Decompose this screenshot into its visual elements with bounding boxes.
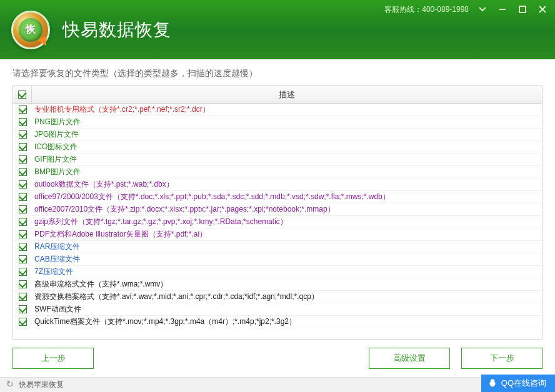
row-checkbox[interactable]	[19, 155, 27, 164]
minimize-button[interactable]	[496, 4, 509, 15]
table-row[interactable]: 资源交换档案格式（支持*.avi;*.wav;*.mid;*.ani;*.cpr…	[13, 291, 542, 303]
row-description: BMP图片文件	[32, 167, 542, 177]
advanced-settings-button[interactable]: 高级设置	[369, 348, 450, 369]
footer: 上一步 高级设置 下一步	[0, 340, 555, 377]
qq-icon	[488, 378, 498, 388]
row-checkbox[interactable]	[19, 280, 27, 288]
row-description: CAB压缩文件	[32, 254, 542, 265]
table-row[interactable]: 7Z压缩文件	[13, 266, 542, 278]
row-checkbox-cell	[13, 168, 32, 176]
row-checkbox[interactable]	[19, 230, 27, 238]
row-checkbox-cell	[13, 268, 32, 276]
table-row[interactable]: GIF图片文件	[13, 154, 542, 166]
qq-consult-button[interactable]: QQ在线咨询	[481, 375, 555, 392]
row-checkbox-cell	[13, 205, 32, 213]
row-checkbox[interactable]	[19, 218, 27, 226]
header-checkbox-cell	[13, 86, 32, 103]
prev-button[interactable]: 上一步	[12, 348, 94, 369]
row-description: outlook数据文件（支持*.pst;*.wab;*.dbx）	[32, 179, 542, 190]
row-checkbox-cell	[13, 218, 32, 226]
row-checkbox[interactable]	[19, 193, 27, 201]
table-row[interactable]: RAR压缩文件	[13, 241, 542, 253]
row-checkbox-cell	[13, 255, 32, 263]
row-checkbox[interactable]	[19, 105, 27, 114]
row-checkbox[interactable]	[19, 130, 27, 139]
row-checkbox-cell	[13, 118, 32, 126]
row-description: JPG图片文件	[32, 129, 542, 140]
table-row[interactable]: JPG图片文件	[13, 129, 542, 141]
app-window: 客服热线：400-089-1998 恢 快易数据恢复 请选择要恢复的文件类型（选…	[0, 0, 555, 392]
row-checkbox[interactable]	[19, 205, 27, 213]
table-row[interactable]: 专业相机专用格式（支持*.cr2;*.pef;*.nef;*.sr2;*.dcr…	[13, 104, 542, 116]
title-bar: 客服热线：400-089-1998 恢 快易数据恢复	[0, 0, 555, 59]
list-body[interactable]: 专业相机专用格式（支持*.cr2;*.pef;*.nef;*.sr2;*.dcr…	[13, 104, 542, 339]
table-row[interactable]: PDF文档和Adobe illustrator矢量图（支持*.pdf;*.ai）	[13, 228, 542, 241]
app-title: 快易数据恢复	[62, 18, 171, 42]
row-checkbox[interactable]	[19, 180, 27, 189]
dropdown-icon[interactable]	[476, 4, 489, 15]
row-checkbox[interactable]	[19, 168, 27, 176]
row-checkbox-cell	[13, 143, 32, 151]
header-description: 描述	[32, 89, 542, 100]
row-checkbox-cell	[13, 318, 32, 326]
row-checkbox-cell	[13, 130, 32, 139]
refresh-icon	[6, 381, 15, 390]
table-row[interactable]: ICO图标文件	[13, 141, 542, 154]
table-row[interactable]: office97/2000/2003文件（支持*.doc;*.xls;*.ppt…	[13, 191, 542, 203]
svg-rect-1	[519, 6, 526, 12]
table-row[interactable]: SWF动画文件	[13, 303, 542, 316]
row-checkbox[interactable]	[19, 293, 27, 301]
row-description: 专业相机专用格式（支持*.cr2;*.pef;*.nef;*.sr2;*.dcr…	[32, 104, 542, 115]
row-checkbox[interactable]	[19, 318, 27, 326]
table-row[interactable]: CAB压缩文件	[13, 253, 542, 266]
row-description: RAR压缩文件	[32, 242, 542, 252]
row-checkbox[interactable]	[19, 118, 27, 126]
svg-rect-0	[499, 9, 506, 10]
status-left-text: 快易苹果恢复	[19, 380, 64, 390]
table-row[interactable]: PNG图片文件	[13, 116, 542, 129]
status-apple-recovery[interactable]: 快易苹果恢复	[6, 380, 64, 390]
hotline-text: 客服热线：400-089-1998	[384, 4, 469, 15]
file-type-list: 描述 专业相机专用格式（支持*.cr2;*.pef;*.nef;*.sr2;*.…	[12, 86, 542, 340]
row-checkbox-cell	[13, 193, 32, 201]
logo-text: 恢	[26, 23, 36, 36]
row-checkbox[interactable]	[19, 243, 27, 251]
app-logo: 恢	[11, 11, 50, 49]
row-checkbox[interactable]	[19, 143, 27, 151]
row-checkbox[interactable]	[19, 305, 27, 313]
row-checkbox-cell	[13, 243, 32, 251]
instruction-text: 请选择要恢复的文件类型（选择的类型越多，扫描的速度越慢）	[0, 59, 555, 86]
row-checkbox-cell	[13, 280, 32, 288]
row-checkbox-cell	[13, 155, 32, 164]
row-description: PNG图片文件	[32, 117, 542, 127]
table-row[interactable]: office2007/2010文件（支持*.zip;*.docx;*.xlsx;…	[13, 203, 542, 216]
logo-arrow-icon	[38, 32, 51, 46]
row-description: 高级串流格式文件（支持*.wma;*.wmv）	[32, 279, 542, 290]
next-button[interactable]: 下一步	[461, 348, 542, 369]
title-bar-controls: 客服热线：400-089-1998	[384, 4, 549, 15]
row-description: PDF文档和Adobe illustrator矢量图（支持*.pdf;*.ai）	[32, 229, 542, 240]
row-checkbox-cell	[13, 293, 32, 301]
status-bar: 快易苹果恢复 QQ在线咨询	[0, 377, 555, 392]
row-checkbox[interactable]	[19, 255, 27, 263]
close-button[interactable]	[536, 4, 549, 15]
table-row[interactable]: 高级串流格式文件（支持*.wma;*.wmv）	[13, 278, 542, 291]
row-description: 7Z压缩文件	[32, 267, 542, 277]
row-checkbox-cell	[13, 105, 32, 114]
row-description: gzip系列文件（支持*.tgz;*.tar.gz;*.gz;*.pvp;*.x…	[32, 217, 542, 227]
row-description: SWF动画文件	[32, 304, 542, 315]
table-row[interactable]: outlook数据文件（支持*.pst;*.wab;*.dbx）	[13, 179, 542, 191]
qq-text: QQ在线咨询	[501, 378, 546, 389]
row-description: QuickTime档案文件（支持*.mov;*.mp4;*.3gp;*.m4a（…	[32, 316, 542, 327]
maximize-button[interactable]	[516, 4, 529, 15]
row-checkbox-cell	[13, 305, 32, 313]
row-description: office2007/2010文件（支持*.zip;*.docx;*.xlsx;…	[32, 204, 542, 215]
table-row[interactable]: BMP图片文件	[13, 166, 542, 179]
table-row[interactable]: QuickTime档案文件（支持*.mov;*.mp4;*.3gp;*.m4a（…	[13, 316, 542, 328]
list-header: 描述	[13, 86, 542, 104]
row-description: office97/2000/2003文件（支持*.doc;*.xls;*.ppt…	[32, 192, 542, 202]
table-row[interactable]: gzip系列文件（支持*.tgz;*.tar.gz;*.gz;*.pvp;*.x…	[13, 216, 542, 228]
row-checkbox[interactable]	[19, 268, 27, 276]
select-all-checkbox[interactable]	[18, 91, 26, 99]
row-description: GIF图片文件	[32, 154, 542, 165]
